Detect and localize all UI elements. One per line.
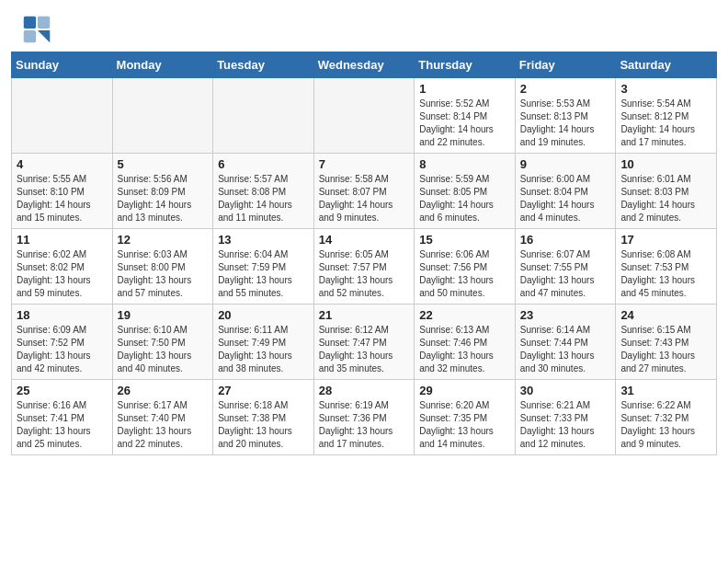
- calendar-day-cell: 28Sunrise: 6:19 AM Sunset: 7:36 PM Dayli…: [313, 380, 415, 455]
- calendar-day-cell: 21Sunrise: 6:12 AM Sunset: 7:47 PM Dayli…: [313, 304, 415, 380]
- calendar-day-cell: 6Sunrise: 5:57 AM Sunset: 8:08 PM Daylig…: [213, 154, 314, 229]
- weekday-header-wednesday: Wednesday: [313, 52, 415, 78]
- day-number: 10: [620, 157, 711, 171]
- weekday-header-friday: Friday: [515, 52, 616, 78]
- calendar-week-row: 4Sunrise: 5:55 AM Sunset: 8:10 PM Daylig…: [12, 154, 717, 229]
- day-info: Sunrise: 6:17 AM Sunset: 7:40 PM Dayligh…: [118, 399, 209, 451]
- day-number: 2: [520, 82, 611, 96]
- calendar-day-cell: 14Sunrise: 6:05 AM Sunset: 7:57 PM Dayli…: [313, 229, 415, 304]
- day-number: 3: [620, 82, 711, 96]
- calendar-day-cell: [213, 78, 314, 154]
- calendar-day-cell: 10Sunrise: 6:01 AM Sunset: 8:03 PM Dayli…: [616, 154, 717, 229]
- svg-rect-1: [38, 17, 50, 29]
- day-number: 21: [319, 308, 410, 322]
- calendar-day-cell: 30Sunrise: 6:21 AM Sunset: 7:33 PM Dayli…: [515, 380, 616, 455]
- day-info: Sunrise: 6:09 AM Sunset: 7:52 PM Dayligh…: [17, 324, 108, 375]
- logo-icon: [22, 15, 51, 44]
- calendar-day-cell: 16Sunrise: 6:07 AM Sunset: 7:55 PM Dayli…: [515, 229, 616, 304]
- calendar-day-cell: [12, 78, 113, 154]
- day-info: Sunrise: 6:16 AM Sunset: 7:41 PM Dayligh…: [17, 399, 108, 451]
- calendar-week-row: 25Sunrise: 6:16 AM Sunset: 7:41 PM Dayli…: [12, 380, 717, 455]
- day-info: Sunrise: 6:15 AM Sunset: 7:43 PM Dayligh…: [620, 324, 711, 375]
- svg-rect-2: [24, 30, 36, 42]
- day-info: Sunrise: 6:07 AM Sunset: 7:55 PM Dayligh…: [520, 248, 611, 300]
- day-info: Sunrise: 6:11 AM Sunset: 7:49 PM Dayligh…: [218, 324, 309, 375]
- calendar-day-cell: 15Sunrise: 6:06 AM Sunset: 7:56 PM Dayli…: [415, 229, 516, 304]
- day-info: Sunrise: 6:04 AM Sunset: 7:59 PM Dayligh…: [218, 248, 309, 300]
- day-number: 17: [620, 233, 711, 247]
- day-info: Sunrise: 6:03 AM Sunset: 8:00 PM Dayligh…: [118, 248, 209, 300]
- calendar-day-cell: 5Sunrise: 5:56 AM Sunset: 8:09 PM Daylig…: [112, 154, 213, 229]
- day-number: 13: [218, 233, 309, 247]
- day-info: Sunrise: 5:56 AM Sunset: 8:09 PM Dayligh…: [118, 173, 209, 224]
- day-number: 4: [17, 157, 108, 171]
- day-number: 1: [419, 82, 510, 96]
- day-number: 22: [419, 308, 510, 322]
- calendar-day-cell: 23Sunrise: 6:14 AM Sunset: 7:44 PM Dayli…: [515, 304, 616, 380]
- weekday-header-monday: Monday: [112, 52, 213, 78]
- day-number: 20: [218, 308, 309, 322]
- day-info: Sunrise: 6:19 AM Sunset: 7:36 PM Dayligh…: [319, 399, 410, 451]
- day-info: Sunrise: 6:10 AM Sunset: 7:50 PM Dayligh…: [118, 324, 209, 375]
- calendar-day-cell: 17Sunrise: 6:08 AM Sunset: 7:53 PM Dayli…: [616, 229, 717, 304]
- day-info: Sunrise: 6:22 AM Sunset: 7:32 PM Dayligh…: [620, 399, 711, 451]
- day-number: 19: [118, 308, 209, 322]
- day-info: Sunrise: 5:54 AM Sunset: 8:12 PM Dayligh…: [620, 98, 711, 149]
- day-number: 7: [319, 157, 410, 171]
- day-number: 14: [319, 233, 410, 247]
- day-info: Sunrise: 6:00 AM Sunset: 8:04 PM Dayligh…: [520, 173, 611, 224]
- day-number: 5: [118, 157, 209, 171]
- day-info: Sunrise: 6:02 AM Sunset: 8:02 PM Dayligh…: [17, 248, 108, 300]
- calendar-wrap: SundayMondayTuesdayWednesdayThursdayFrid…: [0, 52, 728, 466]
- calendar-day-cell: 3Sunrise: 5:54 AM Sunset: 8:12 PM Daylig…: [616, 78, 717, 154]
- calendar-day-cell: 29Sunrise: 6:20 AM Sunset: 7:35 PM Dayli…: [415, 380, 516, 455]
- calendar-day-cell: 22Sunrise: 6:13 AM Sunset: 7:46 PM Dayli…: [415, 304, 516, 380]
- calendar-day-cell: 1Sunrise: 5:52 AM Sunset: 8:14 PM Daylig…: [415, 78, 516, 154]
- calendar-day-cell: 20Sunrise: 6:11 AM Sunset: 7:49 PM Dayli…: [213, 304, 314, 380]
- header: [0, 0, 728, 52]
- weekday-header-thursday: Thursday: [415, 52, 516, 78]
- calendar-day-cell: 26Sunrise: 6:17 AM Sunset: 7:40 PM Dayli…: [112, 380, 213, 455]
- weekday-header-row: SundayMondayTuesdayWednesdayThursdayFrid…: [12, 52, 717, 78]
- calendar-day-cell: 11Sunrise: 6:02 AM Sunset: 8:02 PM Dayli…: [12, 229, 113, 304]
- weekday-header-sunday: Sunday: [12, 52, 113, 78]
- day-info: Sunrise: 6:12 AM Sunset: 7:47 PM Dayligh…: [319, 324, 410, 375]
- calendar-day-cell: 9Sunrise: 6:00 AM Sunset: 8:04 PM Daylig…: [515, 154, 616, 229]
- day-info: Sunrise: 5:52 AM Sunset: 8:14 PM Dayligh…: [419, 98, 510, 149]
- day-number: 26: [118, 384, 209, 397]
- calendar-table: SundayMondayTuesdayWednesdayThursdayFrid…: [11, 52, 717, 455]
- day-info: Sunrise: 6:13 AM Sunset: 7:46 PM Dayligh…: [419, 324, 510, 375]
- day-info: Sunrise: 6:20 AM Sunset: 7:35 PM Dayligh…: [419, 399, 510, 451]
- day-number: 12: [118, 233, 209, 247]
- day-info: Sunrise: 6:18 AM Sunset: 7:38 PM Dayligh…: [218, 399, 309, 451]
- day-number: 11: [17, 233, 108, 247]
- day-number: 16: [520, 233, 611, 247]
- day-info: Sunrise: 6:06 AM Sunset: 7:56 PM Dayligh…: [419, 248, 510, 300]
- day-info: Sunrise: 5:55 AM Sunset: 8:10 PM Dayligh…: [17, 173, 108, 224]
- day-number: 29: [419, 384, 510, 397]
- day-number: 8: [419, 157, 510, 171]
- day-number: 24: [620, 308, 711, 322]
- calendar-day-cell: 4Sunrise: 5:55 AM Sunset: 8:10 PM Daylig…: [12, 154, 113, 229]
- day-info: Sunrise: 5:57 AM Sunset: 8:08 PM Dayligh…: [218, 173, 309, 224]
- day-number: 18: [17, 308, 108, 322]
- day-number: 15: [419, 233, 510, 247]
- weekday-header-saturday: Saturday: [616, 52, 717, 78]
- weekday-header-tuesday: Tuesday: [213, 52, 314, 78]
- day-info: Sunrise: 6:21 AM Sunset: 7:33 PM Dayligh…: [520, 399, 611, 451]
- logo: [22, 15, 55, 44]
- calendar-day-cell: 8Sunrise: 5:59 AM Sunset: 8:05 PM Daylig…: [415, 154, 516, 229]
- svg-marker-3: [38, 30, 50, 42]
- day-info: Sunrise: 6:01 AM Sunset: 8:03 PM Dayligh…: [620, 173, 711, 224]
- day-number: 9: [520, 157, 611, 171]
- calendar-day-cell: 7Sunrise: 5:58 AM Sunset: 8:07 PM Daylig…: [313, 154, 415, 229]
- calendar-week-row: 11Sunrise: 6:02 AM Sunset: 8:02 PM Dayli…: [12, 229, 717, 304]
- day-number: 28: [319, 384, 410, 397]
- day-info: Sunrise: 5:59 AM Sunset: 8:05 PM Dayligh…: [419, 173, 510, 224]
- calendar-day-cell: 24Sunrise: 6:15 AM Sunset: 7:43 PM Dayli…: [616, 304, 717, 380]
- calendar-day-cell: [313, 78, 415, 154]
- day-info: Sunrise: 5:53 AM Sunset: 8:13 PM Dayligh…: [520, 98, 611, 149]
- day-number: 27: [218, 384, 309, 397]
- calendar-day-cell: 19Sunrise: 6:10 AM Sunset: 7:50 PM Dayli…: [112, 304, 213, 380]
- calendar-week-row: 1Sunrise: 5:52 AM Sunset: 8:14 PM Daylig…: [12, 78, 717, 154]
